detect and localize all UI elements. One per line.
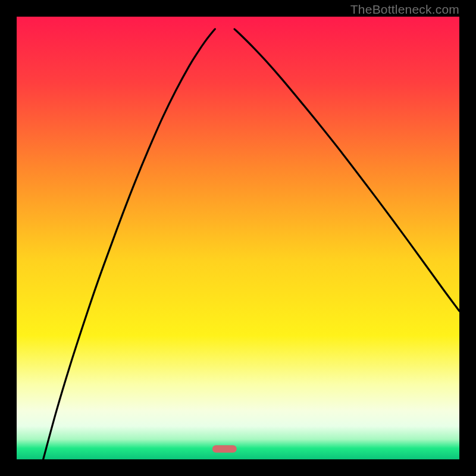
outer-black-frame: TheBottleneck.com bbox=[0, 0, 476, 476]
plot-area bbox=[17, 17, 459, 459]
gradient-background bbox=[17, 17, 459, 459]
chart-svg bbox=[17, 17, 459, 459]
watermark-text: TheBottleneck.com bbox=[350, 2, 459, 17]
bottleneck-marker bbox=[212, 445, 237, 453]
